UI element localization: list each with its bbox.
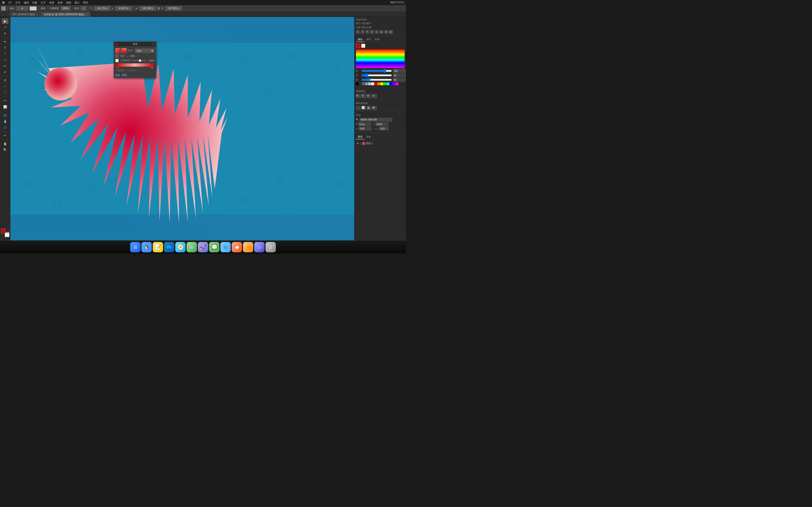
dialog-expand-icon[interactable]: ▼	[152, 43, 154, 45]
menu-cc[interactable]: CC	[8, 1, 12, 4]
menu-select[interactable]: 选择	[49, 1, 54, 4]
dialog-titlebar[interactable]: 渐变 ▼	[114, 42, 156, 47]
r-slider[interactable]	[362, 69, 392, 72]
menu-window[interactable]: 窗口	[74, 1, 80, 4]
layer-visibility-icon[interactable]: 👁	[357, 142, 359, 145]
layer-lock-icon[interactable]: □	[360, 142, 361, 145]
leading-input[interactable]	[375, 122, 388, 126]
menu-file[interactable]: 文件	[15, 1, 20, 4]
scale-tool[interactable]: ⛶	[2, 90, 8, 95]
pf-btn-2[interactable]: ⬜	[361, 106, 366, 110]
canvas-area[interactable]: 渐变 ▼ 类型: 径向 线性 线性 ✓ 径向	[10, 17, 354, 240]
type-tool[interactable]: T	[2, 45, 8, 50]
blend-tool[interactable]: ⬡	[2, 124, 8, 130]
tab-appearance[interactable]: 外观	[373, 37, 381, 42]
eyedropper-tool[interactable]: 💧	[2, 118, 8, 124]
radial-mode-label[interactable]: 径向	[131, 54, 135, 58]
dock-wechat[interactable]: 💬	[209, 242, 219, 252]
swatch-blue[interactable]	[390, 82, 392, 85]
ot-btn-1[interactable]: fi	[356, 30, 360, 34]
swatch-green[interactable]	[384, 82, 386, 85]
direct-selection-tool[interactable]: ↗	[2, 24, 8, 30]
tracking-value[interactable]	[379, 127, 389, 130]
stroke-preview[interactable]	[361, 44, 365, 48]
paintbrush-tool[interactable]: ✏	[2, 63, 8, 69]
swatch-mid[interactable]	[362, 82, 365, 85]
swatch-magenta[interactable]	[396, 82, 399, 85]
fill-preview[interactable]	[356, 44, 360, 48]
tab-layers[interactable]: 图层	[356, 135, 364, 139]
shape-mode-4[interactable]: ⊘	[372, 94, 377, 98]
apple-logo[interactable]: ⌘	[2, 1, 5, 4]
scissors-tool[interactable]: ✂	[2, 133, 8, 138]
pf-btn-1[interactable]: ⬛	[356, 106, 361, 110]
g-value[interactable]	[393, 73, 406, 77]
opacity-thumb[interactable]	[139, 59, 141, 62]
ot-btn-8[interactable]: ord	[389, 30, 393, 34]
g-slider[interactable]	[362, 74, 392, 77]
swatch-red[interactable]	[374, 82, 377, 85]
dialog-close-button[interactable]	[115, 43, 118, 45]
swatch-cyan[interactable]	[387, 82, 389, 85]
menu-help[interactable]: 帮助	[83, 1, 88, 4]
gradient-color-bar[interactable]	[115, 63, 154, 67]
gradient-preview-2[interactable]	[121, 48, 126, 53]
gradient-preview-1[interactable]	[115, 48, 120, 53]
tab-1[interactable]: 牡丹花.ai* @ 200% (CMYK/GPU 预览) ✕	[41, 12, 90, 17]
h-input[interactable]	[165, 6, 182, 10]
swatch-yellow[interactable]	[380, 82, 383, 85]
b-value[interactable]	[393, 78, 406, 82]
fontsize-input[interactable]	[358, 122, 371, 126]
dock-quick[interactable]: ◎	[254, 242, 264, 252]
tracking-input[interactable]	[359, 127, 372, 130]
shape-mode-3[interactable]: ⊗	[367, 94, 371, 98]
layer-name[interactable]: 图层 1	[366, 142, 373, 145]
gradient-stop-right[interactable]	[151, 67, 153, 68]
gradient-tool-left[interactable]: ◫	[2, 112, 8, 118]
swatch-lighter[interactable]	[368, 82, 371, 85]
menu-text[interactable]: 文字	[41, 1, 46, 4]
linear-mode-label[interactable]: 线性	[120, 54, 125, 58]
warp-tool[interactable]: 〜	[2, 98, 8, 104]
swatch-light[interactable]	[365, 82, 368, 85]
swatch-white[interactable]	[371, 82, 374, 85]
w-input[interactable]	[140, 6, 156, 10]
menu-effect[interactable]: 效果	[58, 1, 63, 4]
b-slider[interactable]	[362, 78, 392, 81]
swatch-purple[interactable]	[393, 82, 395, 85]
dock-finder[interactable]: 🖥	[130, 242, 141, 252]
tab-align[interactable]: 渐变	[364, 37, 373, 42]
shape-tool[interactable]: □	[2, 57, 8, 63]
graph-tool[interactable]: 📊	[2, 104, 8, 110]
swatch-dark[interactable]	[359, 82, 362, 85]
pf-btn-4[interactable]: ◩	[372, 106, 377, 110]
dock-rocket[interactable]: 🚀	[198, 242, 208, 252]
dock-chrome[interactable]: ⊕	[187, 242, 197, 252]
menu-edit[interactable]: 编辑	[24, 1, 29, 4]
swatch-orange[interactable]	[377, 82, 380, 85]
tab-close-1[interactable]: ✕	[86, 13, 88, 16]
swatch-black[interactable]	[356, 82, 359, 85]
fill-color-swatch[interactable]	[1, 229, 6, 233]
dock-photoshop[interactable]: Ps	[164, 242, 174, 252]
color-spectrum[interactable]	[356, 49, 405, 68]
ot-btn-3[interactable]: ff	[365, 30, 369, 34]
y-input[interactable]	[115, 6, 132, 10]
none-swatch[interactable]	[7, 231, 9, 234]
gradient-stop-left[interactable]	[117, 67, 119, 68]
r-value[interactable]	[393, 69, 406, 73]
pencil-tool[interactable]: ✐	[2, 69, 8, 75]
hand-tool[interactable]: ✋	[2, 141, 8, 147]
reverse-link[interactable]: 反向	[115, 73, 120, 76]
apply-link[interactable]: 应用	[122, 73, 126, 76]
ot-btn-6[interactable]: sw	[379, 30, 383, 34]
menu-object[interactable]: 对象	[32, 1, 37, 4]
style-input[interactable]	[81, 6, 87, 10]
gradient-type-select[interactable]: 径向 线性	[135, 49, 154, 53]
dock-notes[interactable]: 📝	[153, 242, 163, 252]
ot-btn-4[interactable]: st	[370, 30, 374, 34]
magic-wand-tool[interactable]: ✦	[2, 31, 8, 36]
pf-btn-3[interactable]: ◪	[367, 106, 371, 110]
non-transparent-label[interactable]: 不透明用:	[115, 69, 125, 72]
tab-0[interactable]: 33% (RGB/GPU 预览) ✕	[9, 12, 41, 17]
